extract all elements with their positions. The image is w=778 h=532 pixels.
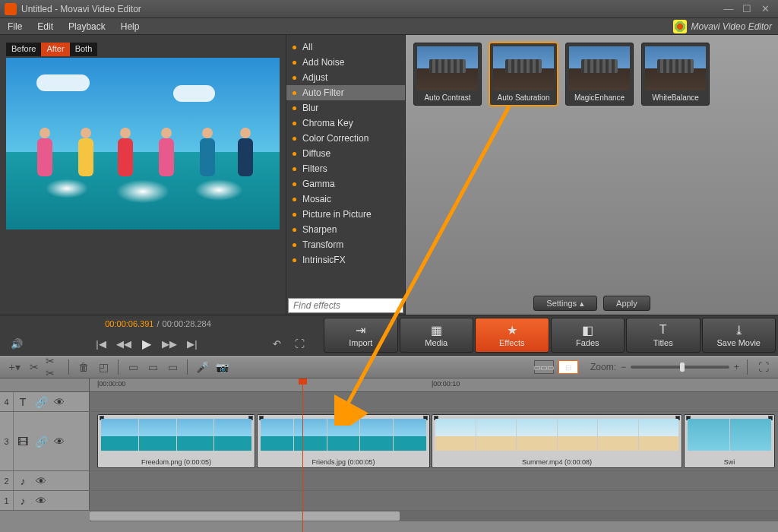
time-display: 00:00:06.391 / 00:00:28.284: [0, 315, 316, 332]
close-button[interactable]: ✕: [757, 2, 773, 16]
main-tab-save-movie[interactable]: ⤓Save Movie: [702, 318, 776, 353]
track-1-body[interactable]: [90, 491, 778, 510]
brand-logo-icon: [673, 20, 687, 33]
track-link-icon[interactable]: 🔗: [32, 392, 50, 411]
tool3-icon[interactable]: ▭: [164, 359, 181, 375]
view-storyboard-button[interactable]: ▭▭▭: [534, 360, 554, 374]
total-time: 00:00:28.284: [163, 319, 211, 328]
minimize-button[interactable]: —: [720, 2, 737, 16]
video-clip[interactable]: Summer.mp4 (0:00:08): [432, 414, 682, 468]
track-eye-icon[interactable]: 👁: [50, 392, 68, 411]
volume-icon[interactable]: 🔊: [8, 334, 26, 353]
main-tab-fades[interactable]: ◧Fades: [551, 318, 625, 353]
window-title: Untitled - Movavi Video Editor: [21, 4, 719, 14]
effect-category-item[interactable]: Picture in Picture: [286, 207, 405, 222]
video-clip[interactable]: Freedom.png (0:00:05): [97, 414, 255, 468]
track-3-body[interactable]: Freedom.png (0:00:05)Friends.jpg (0:00:0…: [90, 412, 778, 470]
track-mute-icon[interactable]: 👁: [32, 491, 50, 510]
add-track-icon[interactable]: +▾: [6, 359, 23, 375]
video-clip[interactable]: Friends.jpg (0:00:05): [257, 414, 430, 468]
undo-button[interactable]: ↶: [267, 334, 286, 353]
brand-label: Movavi Video Editor: [673, 20, 779, 33]
zoom-plus-icon[interactable]: +: [734, 362, 739, 372]
chevron-up-icon: ▴: [580, 299, 584, 309]
playhead[interactable]: [302, 378, 303, 532]
preview-viewport[interactable]: [6, 58, 280, 230]
effect-category-item[interactable]: Filters: [286, 161, 405, 176]
effect-category-item[interactable]: Diffuse: [286, 146, 405, 161]
effect-thumbnail[interactable]: Auto Saturation: [489, 43, 558, 106]
track-2-body[interactable]: [90, 471, 778, 490]
effect-category-item[interactable]: Add Noise: [286, 55, 405, 70]
record-icon[interactable]: 🎤: [194, 359, 210, 375]
app-icon: [5, 3, 17, 15]
track-4-body[interactable]: [90, 392, 778, 411]
audio-track-icon[interactable]: ♪: [14, 491, 32, 510]
menu-playback[interactable]: Playback: [61, 21, 113, 32]
effect-category-item[interactable]: Gamma: [286, 176, 405, 192]
prev-button[interactable]: |◀: [92, 334, 110, 353]
menu-bar: File Edit Playback Help Movavi Video Edi…: [0, 18, 778, 35]
title-bar: Untitled - Movavi Video Editor — ☐ ✕: [0, 0, 778, 18]
play-button[interactable]: ▶: [138, 334, 156, 353]
effect-category-item[interactable]: IntrinsicFX: [286, 252, 405, 268]
track-eye-icon[interactable]: 👁: [50, 412, 68, 470]
track-link-icon[interactable]: 🔗: [32, 412, 50, 470]
main-tab-import[interactable]: ⇥Import: [324, 318, 398, 353]
effect-category-item[interactable]: Adjust: [286, 70, 405, 85]
menu-file[interactable]: File: [0, 21, 30, 32]
preview-tab-after[interactable]: After: [41, 43, 69, 56]
tool2-icon[interactable]: ▭: [144, 359, 161, 375]
snapshot-icon[interactable]: 📷: [213, 359, 230, 375]
time-ruler[interactable]: |00:00:00|00:00:10: [90, 378, 778, 391]
audio-track-icon[interactable]: ♪: [14, 471, 32, 490]
effect-thumbnail[interactable]: MagicEnhance: [565, 43, 634, 106]
effect-category-item[interactable]: Sharpen: [286, 222, 405, 237]
view-timeline-button[interactable]: ⊟: [558, 360, 578, 374]
zoom-slider[interactable]: [631, 366, 729, 369]
preview-tab-both[interactable]: Both: [70, 43, 98, 56]
effect-category-item[interactable]: Blur: [286, 100, 405, 116]
forward-button[interactable]: ▶▶: [160, 334, 179, 353]
fullscreen-icon[interactable]: ⛶: [290, 334, 308, 353]
effect-category-item[interactable]: Chroma Key: [286, 116, 405, 131]
main-tab-effects[interactable]: ★Effects: [475, 318, 549, 353]
effect-category-item[interactable]: Transform: [286, 237, 405, 252]
maximize-button[interactable]: ☐: [738, 2, 755, 16]
crop-icon[interactable]: ◰: [95, 359, 112, 375]
cut-all-icon[interactable]: ✂✂: [46, 359, 62, 375]
track-mute-icon[interactable]: 👁: [32, 471, 50, 490]
menu-edit[interactable]: Edit: [30, 21, 61, 32]
effect-category-item[interactable]: All: [286, 40, 405, 55]
effect-category-item[interactable]: Auto Filter: [286, 85, 405, 100]
timeline-scrollbar[interactable]: [0, 511, 778, 521]
apply-button[interactable]: Apply: [603, 296, 650, 311]
menu-help[interactable]: Help: [113, 21, 147, 32]
rewind-button[interactable]: ◀◀: [115, 334, 133, 353]
settings-button[interactable]: Settings▴: [533, 296, 597, 311]
effect-category-item[interactable]: Color Correction: [286, 131, 405, 146]
fit-icon[interactable]: ⛶: [755, 359, 772, 375]
timeline: |00:00:00|00:00:10 4T🔗👁 3🎞🔗👁 Freedom.png…: [0, 378, 778, 532]
find-effects-input[interactable]: [288, 298, 403, 313]
preview-pane: Before After Both: [0, 35, 286, 315]
video-clip[interactable]: Swi: [684, 414, 775, 468]
effect-thumbnail[interactable]: Auto Contrast: [413, 43, 482, 106]
next-button[interactable]: ▶|: [183, 334, 201, 353]
main-tabs: ⇥Import▦Media★Effects◧FadesTTitles⤓Save …: [316, 315, 778, 355]
cut-icon[interactable]: ✂: [26, 359, 43, 375]
effect-category-item[interactable]: Mosaic: [286, 192, 405, 207]
effects-category-list: AllAdd NoiseAdjustAuto FilterBlurChroma …: [286, 35, 406, 315]
main-tab-titles[interactable]: TTitles: [626, 318, 701, 353]
delete-icon[interactable]: 🗑: [75, 359, 92, 375]
zoom-label: Zoom:: [590, 362, 616, 372]
effects-thumbnails-panel: Auto ContrastAuto SaturationMagicEnhance…: [406, 35, 778, 315]
tool1-icon[interactable]: ▭: [125, 359, 141, 375]
video-track-icon[interactable]: 🎞: [14, 412, 32, 470]
preview-tabs: Before After Both: [6, 43, 286, 56]
title-track-icon[interactable]: T: [14, 392, 32, 411]
main-tab-media[interactable]: ▦Media: [400, 318, 474, 353]
preview-tab-before[interactable]: Before: [6, 43, 41, 56]
effect-thumbnail[interactable]: WhiteBalance: [641, 43, 710, 106]
zoom-minus-icon[interactable]: −: [621, 362, 626, 372]
